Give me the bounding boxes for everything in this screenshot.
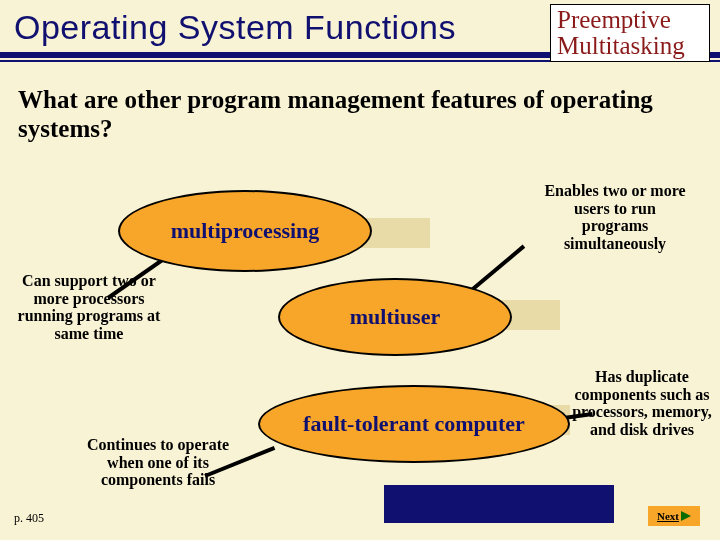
bubble-fault-tolerant: fault-tolerant computer xyxy=(258,385,570,463)
page-title: Operating System Functions xyxy=(14,8,456,47)
svg-marker-0 xyxy=(681,511,691,521)
note-continues: Continues to operate when one of its com… xyxy=(78,436,238,489)
callout-line1: Preemptive xyxy=(557,7,709,33)
arrow-right-icon xyxy=(681,511,691,521)
bubble-multiuser: multiuser xyxy=(278,278,512,356)
note-can-support: Can support two or more processors runni… xyxy=(14,272,164,342)
callout-preemptive-multitasking: Preemptive Multitasking xyxy=(550,4,710,62)
bubble-multiprocessing: multiprocessing xyxy=(118,190,372,272)
bubble-label: fault-tolerant computer xyxy=(303,411,525,437)
note-duplicate: Has duplicate components such as process… xyxy=(568,368,716,438)
next-label: Next xyxy=(657,510,679,522)
page-reference: p. 405 xyxy=(14,511,44,526)
callout-line2: Multitasking xyxy=(557,33,709,59)
bubble-label: multiprocessing xyxy=(171,218,320,244)
navy-accent-box xyxy=(384,485,614,523)
next-button[interactable]: Next xyxy=(648,506,700,526)
bubble-label: multiuser xyxy=(350,304,440,330)
slide-question: What are other program management featur… xyxy=(18,86,678,144)
note-enables: Enables two or more users to run program… xyxy=(540,182,690,252)
